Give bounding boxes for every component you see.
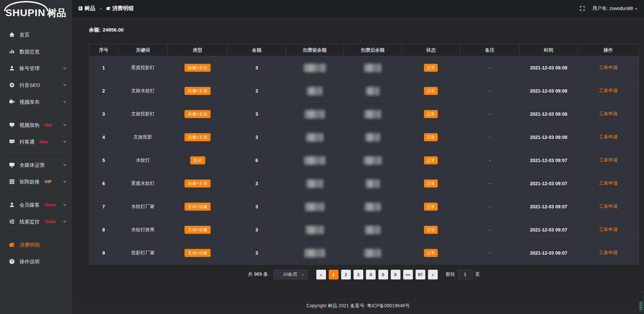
fullscreen-icon[interactable]	[580, 6, 585, 11]
work-order-link[interactable]: 工单申请	[599, 65, 618, 70]
cell-pre-balance	[286, 172, 343, 195]
pagination: 共 969 条 10条/页 ‹ 123456•••97 › 前往 页	[89, 269, 639, 279]
cell-keyword: 景观水纹灯	[118, 172, 168, 195]
prev-page-button[interactable]: ‹	[316, 270, 326, 279]
sidebar-item-clue-monitor[interactable]: 线索监控Tools	[0, 213, 72, 230]
breadcrumb-item-consumption-detail[interactable]: 消费明细	[106, 5, 134, 12]
cell-status: 正常	[402, 149, 460, 172]
cell-type: 主词+后缀	[168, 195, 228, 218]
redacted-value	[364, 64, 381, 72]
sidebar-item-video-heat[interactable]: 视频加热Hot	[0, 116, 72, 133]
type-badge: 前缀+主词	[184, 87, 211, 95]
cell-time: 2021-12-03 09:07	[520, 195, 578, 218]
cell-no: 9	[89, 242, 118, 265]
status-badge: 正常	[424, 249, 438, 257]
type-badge: 主词+后缀	[184, 203, 211, 211]
page-button-3[interactable]: 3	[354, 270, 363, 279]
cell-amount: 6	[228, 149, 286, 172]
cell-post-balance	[343, 56, 402, 80]
balance-value: 24856.00	[103, 27, 124, 33]
work-order-link[interactable]: 工单申请	[599, 157, 618, 163]
user-menu[interactable]: 用户名: zswodun88	[592, 5, 638, 11]
sidebar-item-all-media-operation[interactable]: 全媒体运营	[0, 156, 72, 173]
page-button-6[interactable]: 6	[391, 270, 400, 279]
sidebar-item-douyin-seo[interactable]: 抖音SEO	[0, 76, 72, 93]
table-row: 6景观水纹灯前缀+主词3正常-2021-12-03 09:07工单申请	[89, 172, 639, 195]
sidebar-item-video-publish[interactable]: 视频发布	[0, 93, 72, 110]
user-area: 用户名: zswodun88	[580, 5, 638, 11]
sidebar-item-account-management[interactable]: 账号管理	[0, 60, 72, 76]
sidebar-item-member-baoke[interactable]: 会员爆客Tools	[0, 196, 72, 213]
chevron-down-icon	[63, 100, 67, 104]
column-header: 时间	[520, 44, 578, 56]
sidebar-item-consumption-detail[interactable]: 消费明细	[0, 236, 72, 253]
page-button-4[interactable]: 4	[366, 270, 376, 279]
username-value: zswodun88	[609, 6, 633, 11]
table-row: 3文旅投影灯前缀+主词3正常-2021-12-03 09:08工单申请	[89, 103, 639, 126]
chevron-down-icon	[63, 140, 67, 144]
sidebar-item-douketong[interactable]: 抖客通New	[0, 133, 72, 150]
breadcrumb: 树品 > 消费明细	[78, 5, 134, 12]
cell-status: 正常	[402, 56, 460, 80]
monitor-icon	[9, 162, 15, 168]
redacted-value	[306, 226, 324, 234]
cell-pre-balance	[286, 56, 343, 80]
work-order-link[interactable]: 工单申请	[599, 250, 618, 255]
sidebar-item-label: 首页	[19, 32, 30, 37]
redacted-value	[366, 87, 379, 95]
grid-icon	[9, 178, 15, 185]
sidebar-item-label: 视频加热	[19, 122, 40, 127]
next-page-button[interactable]: ›	[428, 270, 438, 279]
sidebar-item-data-overview[interactable]: 数据总览	[0, 43, 72, 60]
cell-time: 2021-12-03 09:08	[520, 126, 578, 149]
goto-page-input[interactable]	[458, 269, 473, 279]
sidebar-item-home[interactable]: 首页	[0, 26, 72, 43]
work-order-link[interactable]: 工单申请	[599, 111, 618, 116]
sidebar: SHUPIN 树品 首页数据总览账号管理抖音SEO视频发布视频加热Hot抖客通N…	[0, 0, 72, 314]
page-button-1[interactable]: 1	[329, 270, 338, 279]
work-order-link[interactable]: 工单申请	[599, 227, 618, 232]
cell-keyword: 文旅投影灯	[118, 103, 168, 126]
cell-status: 正常	[402, 126, 460, 149]
redacted-value	[304, 156, 325, 165]
cell-status: 正常	[402, 242, 460, 265]
page-button-5[interactable]: 5	[378, 270, 388, 279]
redacted-value	[305, 203, 324, 211]
cell-status: 正常	[402, 80, 460, 103]
cell-remark: -	[460, 149, 520, 172]
work-order-link[interactable]: 工单申请	[599, 88, 618, 93]
page-button-97[interactable]: 97	[416, 270, 425, 279]
redacted-value	[364, 156, 382, 165]
work-order-link[interactable]: 工单申请	[599, 180, 618, 186]
cell-post-balance	[343, 103, 402, 126]
cell-pre-balance	[286, 242, 343, 265]
goto-page: 前往 页	[446, 269, 480, 279]
column-header: 操作	[578, 44, 639, 56]
sidebar-item-matrix-boost[interactable]: 矩阵助推VIP	[0, 173, 72, 190]
chevron-down-icon	[63, 66, 67, 70]
page-size-select[interactable]: 10条/页	[273, 269, 308, 279]
column-header: 类型	[168, 44, 228, 56]
page-button-2[interactable]: 2	[341, 270, 351, 279]
redacted-value	[307, 87, 322, 95]
page-ellipsis-button[interactable]: •••	[403, 270, 413, 279]
cell-post-balance	[343, 126, 402, 149]
column-header: 备注	[460, 44, 520, 56]
work-order-link[interactable]: 工单申请	[599, 204, 618, 209]
sidebar-badge-hot: Hot	[44, 122, 52, 127]
cell-action: 工单申请	[578, 56, 639, 80]
cell-amount: 3	[228, 218, 286, 242]
type-badge: 前缀+主词	[184, 110, 211, 118]
breadcrumb-item-home[interactable]: 树品	[78, 5, 95, 12]
work-order-link[interactable]: 工单申请	[599, 134, 618, 140]
sidebar-badge-tools: Tools	[44, 202, 56, 207]
chevron-down-icon	[63, 123, 67, 127]
sidebar-item-operation-guide[interactable]: ?操作说明	[0, 253, 72, 270]
cell-time: 2021-12-03 09:08	[520, 80, 578, 103]
status-badge: 正常	[424, 64, 438, 72]
cell-status: 正常	[402, 172, 460, 195]
cell-type: 前缀+主词	[168, 56, 228, 80]
video-icon	[9, 99, 15, 105]
type-badge: 主词+后缀	[184, 249, 211, 257]
cell-status: 正常	[402, 195, 460, 218]
